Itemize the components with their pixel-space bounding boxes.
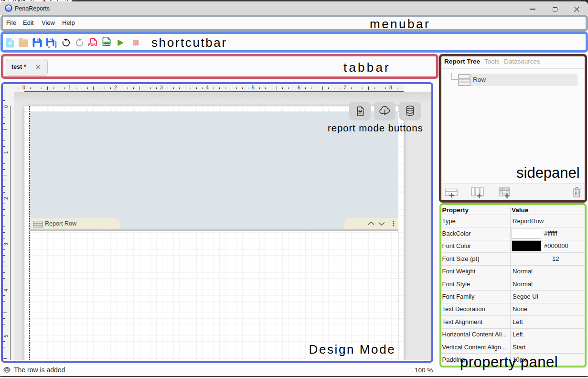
svg-text:PDF: PDF <box>88 43 96 46</box>
